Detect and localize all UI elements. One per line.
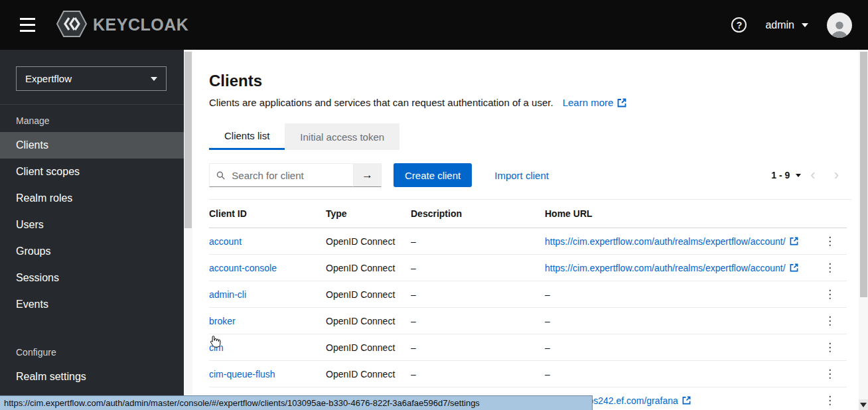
external-link-icon — [617, 98, 626, 107]
table-row: cim OpenID Connect – – ⋮ — [209, 334, 847, 361]
triangle-down-icon — [860, 403, 867, 407]
status-bar-url-preview: https://cim.expertflow.com/auth/admin/ma… — [0, 395, 593, 410]
col-header-type: Type — [326, 200, 411, 228]
col-header-actions — [818, 200, 847, 228]
home-url-empty: – — [545, 308, 818, 334]
import-client-link[interactable]: Import client — [494, 170, 549, 181]
mouse-cursor — [210, 335, 221, 350]
client-description: – — [411, 308, 545, 334]
clients-table: Client ID Type Description Home URL acco… — [209, 200, 847, 410]
sidebar-item-events[interactable]: Events — [0, 291, 184, 318]
main-scrollbar — [859, 50, 868, 410]
external-link-icon — [790, 263, 798, 272]
home-url-link[interactable]: https://cim.expertflow.com/auth/realms/e… — [545, 263, 798, 273]
table-row: admin-cli OpenID Connect – – ⋮ — [209, 281, 847, 308]
table-row: account-console OpenID Connect – https:/… — [209, 255, 847, 281]
nav-section-configure: Configure — [0, 336, 184, 364]
row-kebab-menu-button[interactable]: ⋮ — [818, 289, 842, 300]
keycloak-logo-icon — [56, 11, 87, 40]
row-kebab-menu-button[interactable]: ⋮ — [818, 262, 842, 273]
client-type: OpenID Connect — [326, 361, 411, 387]
toolbar: → Create client Import client 1 - 9 ‹ › — [209, 163, 852, 200]
row-kebab-menu-button[interactable]: ⋮ — [818, 236, 842, 247]
client-description: – — [411, 281, 545, 308]
client-id-link[interactable]: broker — [209, 316, 236, 326]
help-icon[interactable]: ? — [731, 17, 747, 33]
client-id-link[interactable]: account-console — [209, 263, 277, 273]
main-content: Clients Clients are applications and ser… — [192, 50, 859, 410]
tabs: Clients list Initial access token — [209, 123, 852, 150]
client-type: OpenID Connect — [326, 334, 411, 361]
col-header-home-url: Home URL — [545, 200, 818, 228]
caret-down-icon — [802, 23, 808, 27]
client-type: OpenID Connect — [326, 281, 411, 308]
col-header-description: Description — [411, 200, 545, 228]
caret-down-icon — [796, 174, 801, 177]
tab-initial-access-token[interactable]: Initial access token — [285, 123, 399, 150]
sidebar-scrollbar-thumb[interactable] — [184, 52, 192, 228]
main-scrollbar-thumb[interactable] — [860, 52, 867, 297]
keycloak-brand[interactable]: KEYCLOAK — [56, 11, 188, 40]
client-description: – — [411, 361, 545, 387]
home-url-empty: – — [545, 281, 818, 308]
external-link-icon — [790, 237, 798, 245]
table-row: cim-queue-flush OpenID Connect – – ⋮ — [209, 361, 847, 387]
client-id-link[interactable]: account — [209, 236, 242, 247]
page-subtitle: Clients are applications and services th… — [209, 97, 553, 108]
search-submit-button[interactable]: → — [354, 163, 382, 187]
home-url-link[interactable]: https://cim.expertflow.com/auth/realms/e… — [545, 236, 798, 247]
sidebar-item-groups[interactable]: Groups — [0, 238, 184, 265]
pagination-next-button[interactable]: › — [825, 168, 848, 182]
row-kebab-menu-button[interactable]: ⋮ — [818, 342, 842, 353]
client-type: OpenID Connect — [326, 228, 411, 255]
sidebar-item-client-scopes[interactable]: Client scopes — [0, 159, 184, 185]
row-kebab-menu-button[interactable]: ⋮ — [818, 395, 842, 406]
client-type: OpenID Connect — [326, 308, 411, 334]
client-id-link[interactable]: cim-queue-flush — [209, 369, 275, 379]
sidebar-item-realm-roles[interactable]: Realm roles — [0, 185, 184, 212]
sidebar-item-clients[interactable]: Clients — [0, 132, 184, 159]
client-description: – — [411, 334, 545, 361]
client-description: – — [411, 255, 545, 281]
page-title: Clients — [209, 72, 852, 90]
create-client-button[interactable]: Create client — [394, 163, 472, 187]
sidebar-item-realm-settings[interactable]: Realm settings — [0, 364, 184, 390]
pagination-prev-button[interactable]: ‹ — [801, 168, 824, 182]
nav-section-manage: Manage — [0, 105, 184, 132]
sidebar-item-sessions[interactable]: Sessions — [0, 265, 184, 291]
home-url-empty: – — [545, 334, 818, 361]
table-row: account OpenID Connect – https://cim.exp… — [209, 228, 847, 255]
sidebar-item-users[interactable]: Users — [0, 212, 184, 238]
search-input[interactable] — [230, 169, 346, 182]
masthead: KEYCLOAK ? admin — [0, 0, 868, 50]
client-id-link[interactable]: admin-cli — [209, 289, 246, 300]
table-header-row: Client ID Type Description Home URL — [209, 200, 847, 228]
row-kebab-menu-button[interactable]: ⋮ — [818, 368, 842, 379]
pagination-range-label: 1 - 9 — [771, 170, 790, 180]
hamburger-icon — [20, 18, 35, 20]
search-icon — [216, 171, 225, 180]
row-kebab-menu-button[interactable]: ⋮ — [818, 315, 842, 326]
user-name-label: admin — [765, 19, 794, 31]
learn-more-link[interactable]: Learn more — [563, 97, 627, 108]
realm-selector-value: Expertflow — [25, 73, 72, 84]
external-link-icon — [682, 396, 691, 405]
status-url-text: https://cim.expertflow.com/auth/admin/ma… — [4, 398, 480, 408]
home-url-empty: – — [545, 361, 818, 387]
user-silhouette-icon — [830, 18, 849, 38]
nav-toggle-button[interactable] — [17, 15, 38, 34]
tab-clients-list[interactable]: Clients list — [209, 123, 285, 150]
search-box — [209, 163, 354, 187]
realm-selector[interactable]: Expertflow — [16, 66, 167, 91]
table-row: broker OpenID Connect – – ⋮ — [209, 308, 847, 334]
sidebar-scrollbar — [184, 50, 192, 410]
client-description: – — [411, 228, 545, 255]
brand-text: KEYCLOAK — [93, 15, 188, 34]
pagination-dropdown[interactable]: 1 - 9 — [771, 170, 801, 180]
avatar[interactable] — [827, 13, 852, 38]
user-menu-dropdown[interactable]: admin — [765, 19, 808, 31]
pagination: 1 - 9 ‹ › — [771, 168, 848, 182]
col-header-client-id: Client ID — [209, 200, 326, 228]
caret-down-icon — [151, 77, 157, 81]
scroll-down-button[interactable] — [859, 399, 868, 410]
